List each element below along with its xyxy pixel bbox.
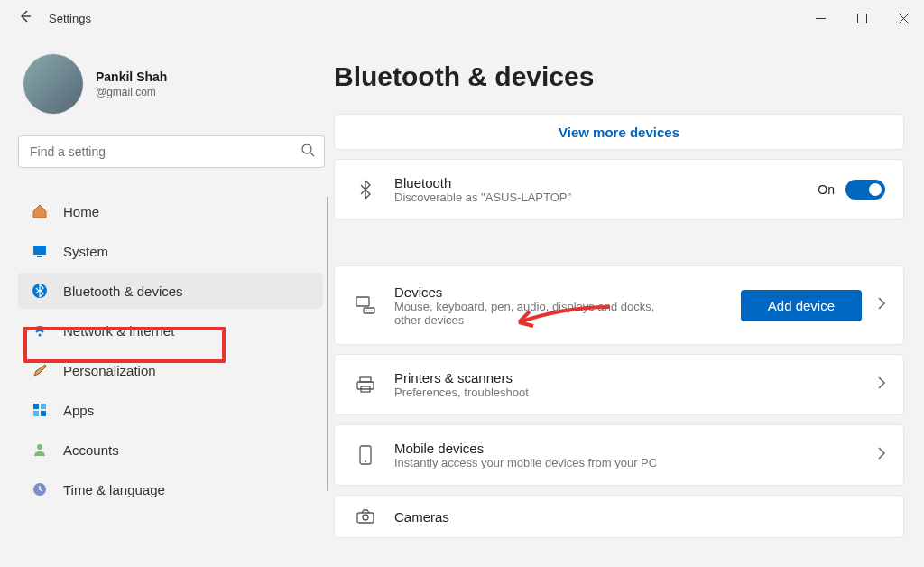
svg-rect-12	[356, 297, 369, 306]
nav-item-label: System	[63, 244, 108, 259]
card-subtitle: Instantly access your mobile devices fro…	[394, 456, 862, 469]
close-button[interactable]	[882, 0, 924, 36]
app-title: Settings	[49, 12, 91, 25]
nav-item-label: Bluetooth & devices	[63, 284, 183, 299]
back-icon[interactable]	[18, 9, 32, 27]
nav-item-system[interactable]: System	[18, 233, 323, 269]
svg-rect-2	[33, 246, 46, 255]
add-device-button[interactable]: Add device	[741, 290, 862, 321]
profile-name: Pankil Shah	[96, 70, 167, 84]
content-area: Bluetooth & devices View more devices Bl…	[334, 36, 924, 567]
nav-item-time[interactable]: Time & language	[18, 471, 323, 507]
view-more-link[interactable]: View more devices	[559, 125, 679, 140]
chevron-right-icon	[878, 447, 885, 463]
devices-icon	[353, 295, 378, 315]
camera-icon	[353, 508, 378, 525]
nav-item-label: Time & language	[63, 482, 165, 497]
svg-rect-0	[857, 14, 866, 23]
nav-item-label: Apps	[63, 403, 94, 418]
clock-icon	[31, 480, 49, 498]
bluetooth-icon	[353, 179, 378, 200]
printers-card[interactable]: Printers & scanners Preferences, trouble…	[334, 354, 904, 415]
minimize-button[interactable]	[799, 0, 841, 36]
svg-rect-6	[33, 404, 39, 409]
nav-list: Home System Bluetooth & devices Network …	[18, 193, 323, 507]
svg-rect-18	[357, 382, 374, 389]
search-input[interactable]	[30, 144, 300, 159]
profile-block[interactable]: Pankil Shah @gmail.com	[18, 36, 323, 135]
svg-point-10	[37, 444, 42, 450]
card-subtitle: Preferences, troubleshoot	[394, 386, 862, 399]
svg-point-23	[363, 515, 368, 520]
svg-point-5	[39, 334, 42, 337]
search-icon	[300, 143, 315, 161]
window-controls	[799, 0, 924, 36]
nav-item-accounts[interactable]: Accounts	[18, 432, 323, 468]
svg-rect-8	[33, 411, 39, 416]
svg-point-16	[371, 310, 372, 311]
apps-icon	[31, 401, 49, 419]
card-subtitle: Discoverable as "ASUS-LAPTOP"	[394, 191, 801, 204]
maximize-button[interactable]	[841, 0, 882, 36]
mobile-card[interactable]: Mobile devices Instantly access your mob…	[334, 424, 904, 486]
titlebar: Settings	[0, 0, 924, 36]
svg-point-21	[365, 460, 366, 462]
system-icon	[31, 242, 49, 260]
toggle-state: On	[818, 182, 835, 197]
svg-rect-17	[360, 377, 371, 382]
devices-card[interactable]: Devices Mouse, keyboard, pen, audio, dis…	[334, 265, 904, 345]
mobile-icon	[353, 445, 378, 465]
nav-item-label: Personalization	[63, 363, 156, 378]
brush-icon	[31, 361, 49, 379]
nav-item-label: Home	[63, 204, 99, 219]
card-subtitle: Mouse, keyboard, pen, audio, displays an…	[394, 300, 665, 327]
avatar	[23, 54, 83, 114]
nav-item-network[interactable]: Network & internet	[18, 312, 323, 349]
svg-point-14	[365, 310, 366, 311]
profile-email: @gmail.com	[96, 86, 167, 98]
sidebar: Pankil Shah @gmail.com Home System Bluet…	[0, 36, 334, 567]
nav-item-apps[interactable]: Apps	[18, 392, 323, 428]
chevron-right-icon	[878, 297, 885, 313]
svg-point-1	[302, 144, 311, 153]
nav-item-personalization[interactable]: Personalization	[18, 352, 323, 388]
card-title: Mobile devices	[394, 441, 862, 456]
view-more-card[interactable]: View more devices	[334, 114, 904, 150]
bluetooth-card[interactable]: Bluetooth Discoverable as "ASUS-LAPTOP" …	[334, 159, 904, 220]
card-title: Bluetooth	[394, 175, 801, 191]
nav-item-label: Network & internet	[63, 323, 174, 339]
nav-item-bluetooth[interactable]: Bluetooth & devices	[18, 273, 323, 309]
wifi-icon	[31, 321, 49, 339]
svg-point-15	[368, 310, 369, 311]
chevron-right-icon	[878, 376, 885, 393]
nav-item-home[interactable]: Home	[18, 193, 323, 229]
search-box[interactable]	[18, 135, 325, 168]
page-title: Bluetooth & devices	[334, 61, 904, 92]
accounts-icon	[31, 441, 49, 459]
nav-item-label: Accounts	[63, 442, 119, 458]
card-title: Cameras	[394, 509, 885, 525]
svg-rect-7	[41, 404, 46, 409]
cameras-card[interactable]: Cameras	[334, 495, 904, 538]
card-title: Devices	[394, 284, 725, 300]
card-title: Printers & scanners	[394, 370, 862, 386]
bluetooth-toggle[interactable]	[845, 180, 885, 200]
svg-rect-9	[41, 411, 46, 416]
printer-icon	[353, 376, 378, 394]
svg-rect-3	[37, 256, 42, 257]
home-icon	[31, 202, 49, 220]
bluetooth-icon	[31, 282, 49, 300]
